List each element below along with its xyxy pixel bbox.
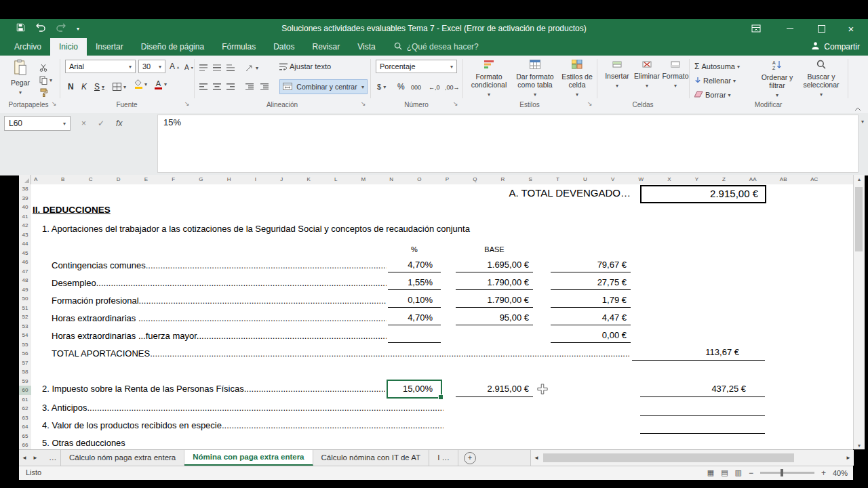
font-size-combo[interactable]: 30▾ bbox=[138, 60, 165, 73]
cell-row-label[interactable]: Horas extraordinarias ..................… bbox=[52, 313, 387, 325]
row-headers[interactable]: 38 39 40 41 42 43 44 45 46 47 48 49 50 5… bbox=[19, 184, 32, 449]
undo-icon[interactable] bbox=[36, 22, 45, 35]
tab-vista[interactable]: Vista bbox=[349, 38, 384, 56]
cell-especie-label[interactable]: 4. Valor de los productos recibidos en e… bbox=[42, 420, 443, 432]
cell-styles-button[interactable]: Estilos de celda ▾ bbox=[560, 60, 594, 99]
vertical-scroll-thumb[interactable] bbox=[855, 187, 863, 251]
page-layout-view-icon[interactable]: ▤ bbox=[721, 468, 728, 477]
sheet-tab-partial[interactable]: I … bbox=[429, 450, 458, 466]
save-icon[interactable] bbox=[16, 22, 25, 35]
clear-button[interactable]: Borrar▾ bbox=[694, 89, 731, 100]
cell-row-base[interactable]: 1.790,00 € bbox=[456, 293, 533, 308]
cell-irpf-amount[interactable]: 437,25 € bbox=[640, 381, 765, 397]
select-all-corner[interactable] bbox=[19, 175, 31, 184]
horizontal-scrollbar[interactable]: ◄ ► bbox=[530, 450, 854, 466]
increase-indent-button[interactable] bbox=[260, 81, 269, 92]
sheet-tab-calculo-nom-paga-extra[interactable]: Cálculo nóm paga extra entera bbox=[61, 450, 184, 466]
scroll-down-icon[interactable]: ▼ bbox=[854, 443, 865, 448]
zoom-level[interactable]: 40% bbox=[833, 469, 848, 477]
cell-row-pct[interactable]: 0,10% bbox=[388, 293, 441, 308]
cell-row-pct[interactable] bbox=[388, 328, 441, 343]
fill-color-button[interactable]: ▾ bbox=[134, 79, 147, 89]
tab-datos[interactable]: Datos bbox=[264, 38, 303, 56]
vertical-scrollbar[interactable]: ▲ ▼ bbox=[853, 175, 865, 449]
sort-filter-button[interactable]: AZ Ordenar y filtrar ▾ bbox=[758, 60, 796, 100]
cell-total-aportaciones-value[interactable]: 113,67 € bbox=[632, 344, 765, 361]
share-button[interactable]: Compartir bbox=[811, 38, 860, 56]
sheet-tab-overflow[interactable]: … bbox=[41, 450, 61, 466]
number-dialog-launcher-icon[interactable]: ↘ bbox=[453, 100, 458, 107]
worksheet[interactable]: A. TOTAL DEVENGADO… 2.915,00 € II. DEDUC… bbox=[31, 184, 853, 449]
expand-formula-bar-icon[interactable]: ▾ bbox=[861, 119, 864, 125]
minimize-button[interactable] bbox=[778, 19, 802, 38]
align-bottom-button[interactable] bbox=[226, 62, 235, 73]
merge-center-button[interactable]: Combinar y centrar ▾ bbox=[279, 79, 368, 94]
customize-qat-icon[interactable]: ▾ bbox=[77, 26, 79, 32]
cell-row-label[interactable]: Contingencias comunes...................… bbox=[52, 260, 387, 272]
fill-handle[interactable] bbox=[438, 394, 443, 400]
align-right-button[interactable] bbox=[226, 81, 235, 92]
cell-total-devengado-label[interactable]: A. TOTAL DEVENGADO… bbox=[407, 187, 631, 199]
font-color-button[interactable]: A▾ bbox=[155, 79, 167, 89]
borders-button[interactable]: ▾ bbox=[113, 81, 126, 92]
cell-row-pct[interactable]: 1,55% bbox=[388, 275, 441, 290]
sheet-tab-calculo-nomina-it-at[interactable]: Cálculo nómina con IT de AT bbox=[313, 450, 430, 466]
cell-total-aportaciones-label[interactable]: TOTAL APORTACIONES......................… bbox=[52, 348, 629, 361]
cell-deducciones-title[interactable]: II. DEDUCCIONES bbox=[33, 205, 111, 215]
alignment-dialog-launcher-icon[interactable]: ↘ bbox=[361, 100, 366, 107]
align-top-button[interactable] bbox=[199, 62, 208, 73]
cell-row-pct[interactable]: 4,70% bbox=[388, 258, 441, 272]
fill-button[interactable]: Rellenar▾ bbox=[694, 75, 736, 86]
enter-check-icon[interactable]: ✓ bbox=[98, 119, 104, 128]
zoom-slider[interactable] bbox=[760, 472, 814, 474]
tab-inicio[interactable]: Inicio bbox=[50, 38, 87, 56]
column-headers[interactable]: A B C D E F G H I J K L M N O P Q R S T … bbox=[19, 175, 853, 185]
new-sheet-button[interactable]: + bbox=[464, 452, 476, 464]
cell-anticipos-label[interactable]: 3. Anticipos............................… bbox=[42, 403, 443, 415]
italic-button[interactable]: K bbox=[81, 81, 87, 92]
cell-row-label[interactable]: Desempleo...............................… bbox=[52, 278, 387, 290]
styles-dialog-launcher-icon[interactable]: ↘ bbox=[587, 100, 593, 107]
collapse-ribbon-icon[interactable] bbox=[854, 102, 861, 114]
hscroll-left-icon[interactable]: ◄ bbox=[534, 450, 539, 466]
font-dialog-launcher-icon[interactable]: ↘ bbox=[184, 100, 190, 107]
clipboard-dialog-launcher-icon[interactable]: ↘ bbox=[52, 100, 57, 107]
font-name-combo[interactable]: Arial▾ bbox=[65, 60, 136, 73]
hscroll-right-icon[interactable]: ► bbox=[846, 450, 851, 466]
cell-row-base[interactable]: 1.695,00 € bbox=[456, 258, 533, 272]
insert-cells-button[interactable]: Insertar ▾ bbox=[604, 60, 631, 90]
scroll-up-icon[interactable]: ▲ bbox=[854, 175, 865, 184]
selected-cell-irpf-pct[interactable]: 15,00% bbox=[387, 380, 442, 399]
cell-row-amount[interactable]: 27,75 € bbox=[551, 275, 631, 290]
redo-icon[interactable] bbox=[56, 22, 66, 35]
cell-base-header[interactable]: BASE bbox=[456, 245, 533, 253]
find-select-button[interactable]: Buscar y seleccionar ▾ bbox=[800, 60, 842, 99]
cell-row-amount[interactable]: 1,79 € bbox=[551, 293, 631, 308]
copy-button[interactable]: ▾ bbox=[39, 75, 52, 85]
cell-aportaciones-title[interactable]: 1. Aportaciones del trabajador a las cot… bbox=[42, 224, 720, 234]
cut-button[interactable] bbox=[39, 62, 47, 73]
bold-button[interactable]: N bbox=[68, 81, 74, 92]
conditional-formatting-button[interactable]: Formato condicional ▾ bbox=[468, 60, 510, 99]
accounting-format-button[interactable]: $▾ bbox=[377, 81, 386, 92]
tab-archivo[interactable]: Archivo bbox=[5, 38, 50, 56]
decrease-indent-button[interactable] bbox=[245, 81, 254, 92]
cell-otras-deducciones-label[interactable]: 5. Otras deducciones bbox=[42, 438, 125, 448]
maximize-button[interactable] bbox=[810, 19, 833, 38]
cancel-icon[interactable]: × bbox=[81, 119, 86, 128]
tell-me-search[interactable]: ¿Qué desea hacer? bbox=[394, 38, 479, 56]
cell-row-base[interactable]: 95,00 € bbox=[456, 310, 533, 325]
sheet-nav-left-icon[interactable]: ◄ bbox=[19, 450, 30, 466]
zoom-slider-thumb[interactable] bbox=[781, 469, 783, 476]
horizontal-scroll-thumb[interactable] bbox=[543, 453, 794, 462]
align-middle-button[interactable] bbox=[213, 62, 221, 73]
format-cells-button[interactable]: Formato ▾ bbox=[662, 60, 689, 90]
align-left-button[interactable] bbox=[199, 81, 208, 92]
comma-style-button[interactable]: 000 bbox=[411, 82, 421, 93]
cell-pct-header[interactable]: % bbox=[388, 245, 441, 253]
cell-row-amount[interactable]: 0,00 € bbox=[551, 328, 631, 343]
cell-irpf-label[interactable]: 2. Impuesto sobre la Renta de las Person… bbox=[42, 384, 385, 396]
close-button[interactable]: × bbox=[840, 19, 863, 38]
cell-irpf-base[interactable]: 2.915,00 € bbox=[456, 381, 533, 397]
insert-function-button[interactable]: fx bbox=[116, 119, 122, 128]
